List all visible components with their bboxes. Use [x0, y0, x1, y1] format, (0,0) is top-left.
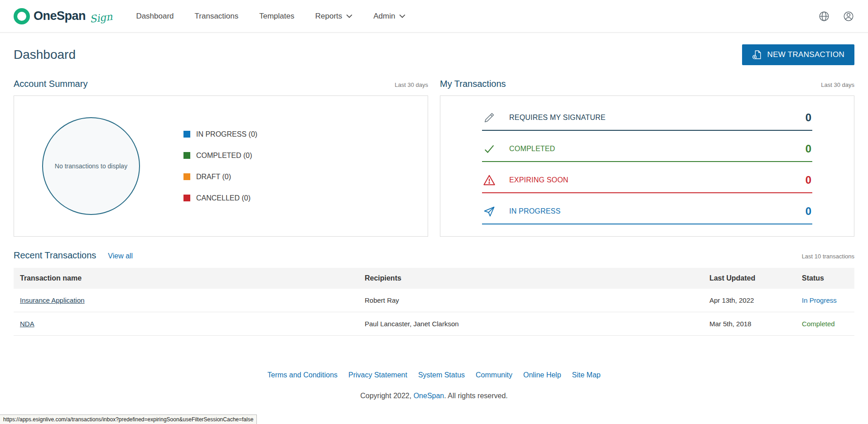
footer-link-site-map[interactable]: Site Map [572, 371, 601, 379]
account-summary-card: No transactions to display IN PROGRESS (… [14, 95, 428, 237]
status-cell: In Progress [796, 289, 854, 312]
paper-plane-icon [483, 205, 496, 218]
table-row[interactable]: Insurance Application Robert Ray Apr 13t… [14, 289, 854, 312]
transaction-name-link[interactable]: NDA [20, 320, 34, 328]
last-updated-cell: Apr 13th, 2022 [703, 289, 796, 312]
legend-label: COMPLETED (0) [196, 152, 252, 160]
copyright: Copyright 2022, OneSpan. All rights rese… [0, 392, 868, 400]
check-icon [483, 143, 496, 155]
transaction-name-link[interactable]: Insurance Application [20, 296, 85, 304]
onespan-logo[interactable]: OneSpan Sign [14, 8, 112, 24]
table-row[interactable]: NDA Paul Lancaster, Janet Clarkson Mar 5… [14, 312, 854, 336]
my-transactions-row-in-progress[interactable]: IN PROGRESS 0 [482, 201, 812, 224]
footer-link-privacy[interactable]: Privacy Statement [348, 371, 407, 379]
footer-link-system-status[interactable]: System Status [418, 371, 465, 379]
chevron-down-icon [399, 14, 405, 18]
brand-name: OneSpan [34, 9, 86, 23]
legend-swatch-draft [183, 173, 190, 180]
chart-legend: IN PROGRESS (0) COMPLETED (0) DRAFT (0) … [183, 130, 257, 202]
onespan-logo-icon [14, 8, 30, 24]
column-header-status: Status [796, 268, 854, 289]
page-header: Dashboard NEW TRANSACTION [0, 33, 868, 78]
chevron-down-icon [346, 14, 352, 18]
top-navbar: OneSpan Sign Dashboard Transactions Temp… [0, 0, 868, 33]
my-transactions-row-completed[interactable]: COMPLETED 0 [482, 139, 812, 162]
new-transaction-button[interactable]: NEW TRANSACTION [742, 44, 854, 65]
legend-swatch-cancelled [183, 195, 190, 201]
table-header-row: Transaction name Recipients Last Updated… [14, 268, 854, 289]
my-transactions-row-expiring-soon[interactable]: EXPIRING SOON 0 [482, 170, 812, 193]
account-summary-period: Last 30 days [395, 81, 428, 88]
last-updated-cell: Mar 5th, 2018 [703, 312, 796, 336]
copyright-prefix: Copyright 2022, [360, 392, 413, 400]
legend-item-completed: COMPLETED (0) [183, 152, 257, 160]
column-header-transaction-name: Transaction name [14, 268, 358, 289]
copyright-onespan-link[interactable]: OneSpan [414, 392, 444, 400]
row-label: IN PROGRESS [509, 207, 560, 215]
nav-admin-label: Admin [373, 12, 395, 21]
nav-dashboard[interactable]: Dashboard [136, 12, 174, 21]
nav-reports[interactable]: Reports [315, 12, 353, 21]
row-count: 0 [805, 205, 811, 218]
recent-transactions-title: Recent Transactions [14, 250, 96, 261]
recipients-cell: Paul Lancaster, Janet Clarkson [358, 312, 703, 336]
pencil-icon [483, 111, 496, 124]
my-transactions-period: Last 30 days [821, 81, 854, 88]
globe-icon[interactable] [818, 10, 830, 22]
document-plus-icon [752, 50, 762, 60]
donut-chart: No transactions to display [42, 117, 140, 215]
row-label: COMPLETED [509, 145, 555, 153]
account-summary-title: Account Summary [14, 79, 87, 89]
legend-item-cancelled: CANCELLED (0) [183, 194, 257, 202]
page-title: Dashboard [14, 48, 76, 62]
legend-swatch-completed [183, 152, 190, 159]
my-transactions-section: My Transactions Last 30 days REQUIRES MY… [440, 78, 854, 237]
recent-transactions-period: Last 10 transactions [802, 253, 854, 260]
footer-link-community[interactable]: Community [476, 371, 512, 379]
column-header-last-updated: Last Updated [703, 268, 796, 289]
footer-link-online-help[interactable]: Online Help [523, 371, 561, 379]
recent-transactions-table: Transaction name Recipients Last Updated… [14, 268, 854, 336]
status-cell: Completed [796, 312, 854, 336]
row-count: 0 [805, 174, 811, 186]
row-count: 0 [805, 111, 811, 124]
footer-link-terms[interactable]: Terms and Conditions [267, 371, 338, 379]
donut-empty-text: No transactions to display [54, 162, 128, 170]
footer-links: Terms and Conditions Privacy Statement S… [0, 371, 868, 379]
page-footer: Terms and Conditions Privacy Statement S… [0, 371, 868, 400]
legend-label: DRAFT (0) [196, 173, 231, 181]
legend-label: CANCELLED (0) [196, 194, 251, 202]
copyright-suffix: . All rights reserved. [444, 392, 508, 400]
nav-templates[interactable]: Templates [259, 12, 294, 21]
brand-script: Sign [89, 11, 113, 25]
row-label: EXPIRING SOON [509, 176, 569, 184]
legend-label: IN PROGRESS (0) [196, 130, 257, 138]
main-nav: Dashboard Transactions Templates Reports… [136, 12, 405, 21]
column-header-recipients: Recipients [358, 268, 703, 289]
my-transactions-title: My Transactions [440, 79, 506, 89]
warning-icon [483, 174, 496, 186]
navbar-right [818, 10, 854, 22]
user-account-icon[interactable] [843, 10, 854, 22]
nav-admin[interactable]: Admin [373, 12, 405, 21]
legend-item-in-progress: IN PROGRESS (0) [183, 130, 257, 138]
legend-item-draft: DRAFT (0) [183, 173, 257, 181]
row-count: 0 [805, 143, 811, 155]
view-all-link[interactable]: View all [108, 252, 133, 260]
recent-transactions-section: Recent Transactions View all Last 10 tra… [0, 237, 868, 336]
my-transactions-row-requires-signature[interactable]: REQUIRES MY SIGNATURE 0 [482, 108, 812, 131]
legend-swatch-in-progress [183, 131, 190, 138]
recipients-cell: Robert Ray [358, 289, 703, 312]
row-label: REQUIRES MY SIGNATURE [509, 114, 606, 122]
nav-transactions[interactable]: Transactions [195, 12, 239, 21]
nav-reports-label: Reports [315, 12, 342, 21]
browser-status-bar: https://apps.esignlive.com/a/transaction… [0, 414, 257, 424]
new-transaction-label: NEW TRANSACTION [767, 50, 844, 59]
my-transactions-card: REQUIRES MY SIGNATURE 0 COMPLETED 0 EXPI… [440, 95, 854, 237]
account-summary-section: Account Summary Last 30 days No transact… [14, 78, 428, 237]
